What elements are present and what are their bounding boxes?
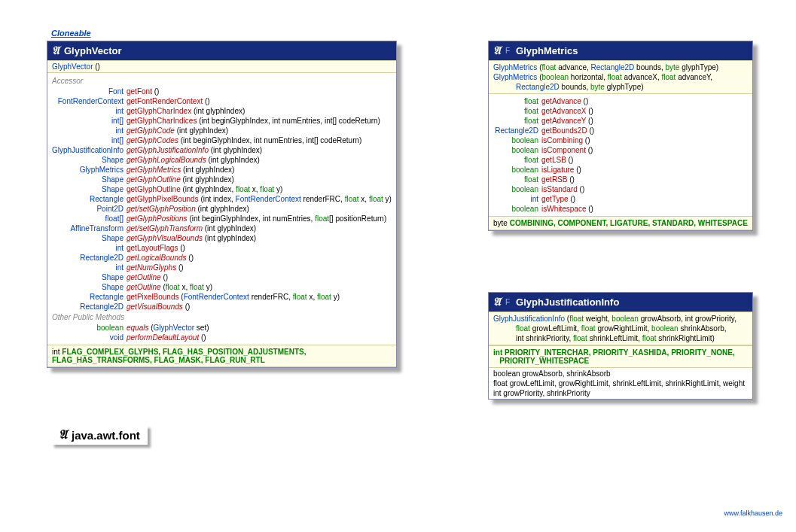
- method-row: ShapegetGlyphOutline (int glyphIndex): [52, 175, 392, 184]
- class-header: 𝔄 F GlyphJustificationInfo: [489, 293, 752, 312]
- method-row: floatgetLSB (): [493, 155, 748, 165]
- method-row: FontRenderContextgetFontRenderContext (): [52, 96, 392, 106]
- method-row: RectanglegetPixelBounds (FontRenderConte…: [52, 292, 392, 302]
- method-row: ShapegetOutline (float x, float y): [52, 282, 392, 292]
- package-icon: 𝔄: [59, 427, 67, 442]
- constructor-section: GlyphVector (): [47, 60, 396, 73]
- class-header: 𝔄 GlyphVector: [47, 41, 396, 60]
- method-row: Point2Dget/setGlyphPosition (int glyphIn…: [52, 204, 392, 214]
- method-row: FontgetFont (): [52, 87, 392, 96]
- method-row: floatgetAdvanceY (): [493, 116, 748, 126]
- method-row: ShapegetGlyphVisualBounds (int glyphInde…: [52, 233, 392, 243]
- method-row: intgetNumGlyphs (): [52, 263, 392, 272]
- modifier: F: [505, 298, 510, 306]
- method-row: float[]getGlyphPositions (int beginGlyph…: [52, 214, 392, 223]
- class-icon: 𝔄: [52, 44, 59, 57]
- method-row: booleanisComponent (): [493, 145, 748, 155]
- method-row: ShapegetGlyphLogicalBounds (int glyphInd…: [52, 155, 392, 165]
- method-row: intgetLayoutFlags (): [52, 243, 392, 253]
- accessor-section: Accessor FontgetFont ()FontRenderContext…: [47, 73, 396, 345]
- class-box-gji: 𝔄 F GlyphJustificationInfo GlyphJustific…: [488, 292, 753, 400]
- package-label: 𝔄 java.awt.font: [51, 425, 148, 445]
- class-box-glyphmetrics: 𝔄 F GlyphMetrics GlyphMetrics (float adv…: [488, 41, 753, 231]
- method-row: int[]getGlyphCodes (int beginGlyphIndex,…: [52, 135, 392, 145]
- method-row: booleanisStandard (): [493, 184, 748, 194]
- constants-section: int FLAG_COMPLEX_GLYPHS, FLAG_HAS_POSITI…: [47, 345, 396, 367]
- method-row: GlyphJustificationInfogetGlyphJustificat…: [52, 145, 392, 155]
- method-row: intgetGlyphCode (int glyphIndex): [52, 126, 392, 135]
- group-label: Other Public Methods: [52, 313, 392, 321]
- modifier: F: [505, 47, 510, 55]
- method-row: floatgetAdvanceX (): [493, 106, 748, 116]
- method-row: GlyphMetricsgetGlyphMetrics (int glyphIn…: [52, 165, 392, 175]
- constants-section: byte COMBINING, COMPONENT, LIGATURE, STA…: [489, 216, 752, 230]
- class-title: GlyphMetrics: [516, 45, 578, 56]
- class-icon: 𝔄: [493, 44, 501, 57]
- class-box-glyphvector: 𝔄 GlyphVector GlyphVector () Accessor Fo…: [47, 41, 397, 368]
- cloneable-link[interactable]: Cloneable: [51, 29, 91, 38]
- constants-section: int PRIORITY_INTERCHAR, PRIORITY_KASHIDA…: [489, 345, 752, 368]
- method-row: floatgetAdvance (): [493, 96, 748, 106]
- constructor-section: GlyphMetrics (float advance, Rectangle2D…: [489, 60, 752, 94]
- method-row: intgetGlyphCharIndex (int glyphIndex): [52, 106, 392, 116]
- method-row: Rectangle2DgetBounds2D (): [493, 126, 748, 135]
- class-title: GlyphVector: [64, 45, 122, 56]
- fields-section: boolean growAbsorb, shrinkAbsorb float g…: [489, 368, 752, 399]
- method-row: AffineTransformget/setGlyphTransform (in…: [52, 223, 392, 233]
- method-row: booleanequals (GlyphVector set): [52, 323, 392, 333]
- class-icon: 𝔄: [493, 296, 501, 309]
- method-row: booleanisWhitespace (): [493, 204, 748, 214]
- method-row: Rectangle2DgetVisualBounds (): [52, 302, 392, 312]
- method-row: RectanglegetGlyphPixelBounds (int index,…: [52, 194, 392, 204]
- class-title: GlyphJustificationInfo: [516, 296, 619, 308]
- method-row: Rectangle2DgetLogicalBounds (): [52, 253, 392, 263]
- method-row: intgetType (): [493, 194, 748, 204]
- constructor-section: GlyphJustificationInfo (float weight, bo…: [489, 312, 752, 345]
- class-header: 𝔄 F GlyphMetrics: [489, 41, 752, 60]
- method-row: booleanisLigature (): [493, 165, 748, 175]
- method-row: floatgetRSB (): [493, 175, 748, 184]
- method-row: voidperformDefaultLayout (): [52, 333, 392, 342]
- method-row: ShapegetOutline (): [52, 272, 392, 282]
- method-row: int[]getGlyphCharIndices (int beginGlyph…: [52, 116, 392, 126]
- group-label: Accessor: [52, 77, 392, 85]
- method-row: ShapegetGlyphOutline (int glyphIndex, fl…: [52, 184, 392, 194]
- method-row: booleanisCombining (): [493, 135, 748, 145]
- methods-section: floatgetAdvance ()floatgetAdvanceX ()flo…: [489, 94, 752, 216]
- footer-link[interactable]: www.falkhausen.de: [724, 509, 782, 517]
